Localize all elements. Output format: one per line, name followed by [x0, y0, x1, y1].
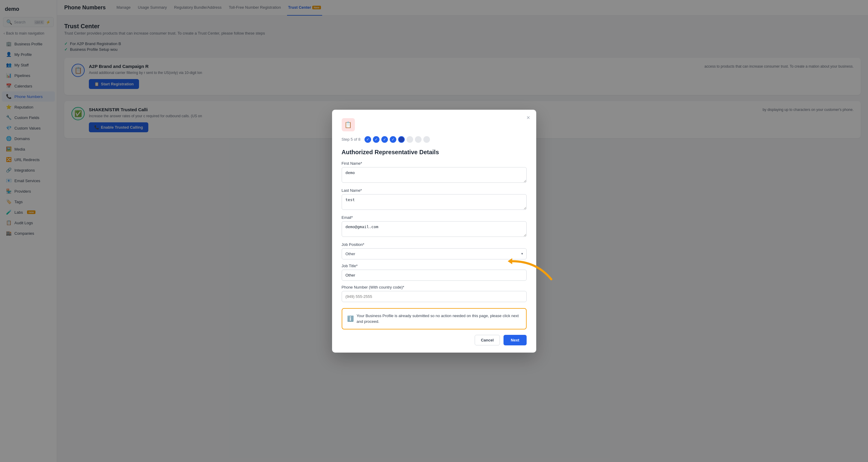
email-group: Email* demo@gmail.com: [342, 215, 527, 238]
job-position-select-wrapper: Other CEO CTO VP Director Manager: [342, 248, 527, 259]
phone-number-group: Phone Number (With country code)*: [342, 285, 527, 302]
modal-title: Authorized Representative Details: [342, 149, 527, 156]
info-banner: ℹ️ Your Business Profile is already subm…: [342, 308, 527, 329]
email-label: Email*: [342, 215, 527, 220]
modal-icon: 📋: [342, 118, 355, 132]
step-dot-5: [398, 136, 405, 143]
modal-icon-row: 📋: [342, 118, 527, 132]
step-dot-2: ✓: [373, 136, 379, 143]
job-title-input[interactable]: [342, 270, 527, 281]
step-label: Step 5 of 8: [342, 137, 361, 142]
modal-footer: Cancel Next: [342, 335, 527, 345]
modal-close-button[interactable]: ×: [527, 115, 530, 120]
phone-number-label: Phone Number (With country code)*: [342, 285, 527, 289]
last-name-label: Last Name*: [342, 188, 527, 193]
job-position-label: Job Position*: [342, 242, 527, 247]
step-dot-8: [423, 136, 430, 143]
job-title-label: Job Title*: [342, 264, 527, 268]
last-name-group: Last Name* test: [342, 188, 527, 211]
email-input[interactable]: demo@gmail.com: [342, 221, 527, 237]
step-dot-3: ✓: [381, 136, 388, 143]
step-dot-4: ✓: [390, 136, 396, 143]
last-name-input[interactable]: test: [342, 194, 527, 210]
phone-number-input[interactable]: [342, 291, 527, 302]
step-dot-7: [415, 136, 422, 143]
modal: × 📋 Step 5 of 8 ✓✓✓✓ Authorized Represen…: [332, 110, 536, 353]
step-dot-6: [406, 136, 413, 143]
next-button[interactable]: Next: [503, 335, 526, 345]
modal-overlay[interactable]: × 📋 Step 5 of 8 ✓✓✓✓ Authorized Represen…: [0, 0, 868, 462]
job-position-select[interactable]: Other CEO CTO VP Director Manager: [342, 248, 527, 259]
first-name-label: First Name*: [342, 161, 527, 166]
info-banner-text: Your Business Profile is already submitt…: [357, 313, 521, 325]
job-title-group: Job Title*: [342, 264, 527, 281]
cancel-button[interactable]: Cancel: [475, 335, 500, 345]
first-name-group: First Name* demo: [342, 161, 527, 184]
modal-steps: Step 5 of 8 ✓✓✓✓: [342, 136, 527, 143]
first-name-input[interactable]: demo: [342, 167, 527, 183]
step-dot-1: ✓: [365, 136, 371, 143]
info-icon: ℹ️: [347, 315, 354, 322]
yellow-arrow: [530, 320, 536, 344]
job-position-group: Job Position* Other CEO CTO VP Director …: [342, 242, 527, 259]
